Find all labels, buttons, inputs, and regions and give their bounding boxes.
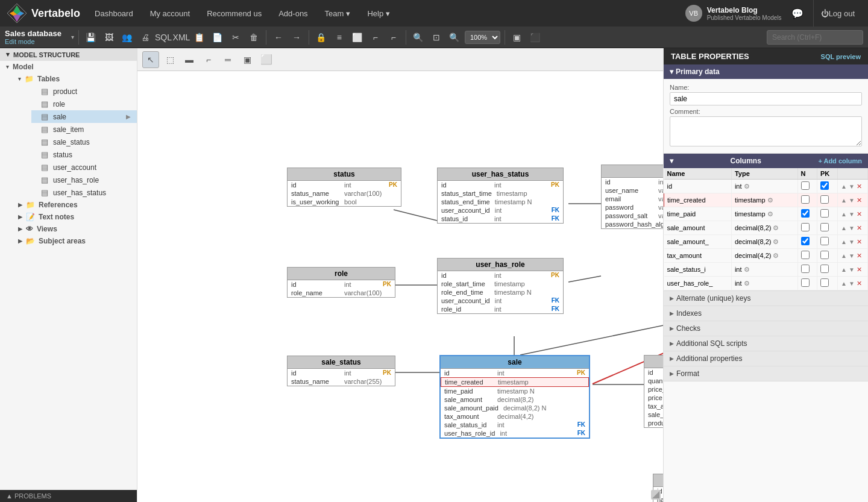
zoom-in-button[interactable]: 🔍 [447, 30, 462, 45]
delete-button[interactable]: 🗑 [246, 30, 262, 45]
col-chevron-up-icon[interactable]: ▲ [841, 239, 847, 245]
col-chevron-down-icon[interactable]: ▼ [849, 280, 855, 287]
col-chevron-up-icon[interactable]: ▲ [841, 253, 847, 259]
sidebar-collapse-icon[interactable]: ▾ [6, 51, 10, 58]
zoom-fit-button[interactable]: ⊡ [429, 30, 444, 45]
col-gear-icon[interactable]: ⚙ [767, 196, 773, 204]
sidebar-item-sale-status[interactable]: ▤ sale_status [31, 136, 137, 148]
undo-button[interactable]: ← [271, 30, 286, 45]
col-chevron-down-icon[interactable]: ▼ [849, 253, 855, 259]
view-split-button[interactable]: ⬛ [527, 30, 543, 45]
col-chevron-up-icon[interactable]: ▲ [841, 211, 847, 218]
col-delete-icon[interactable]: ✕ [857, 238, 862, 245]
paste-button[interactable]: 📄 [210, 30, 225, 45]
col-n-checkbox-id[interactable] [801, 181, 810, 190]
table-status[interactable]: status idintPK status_namevarchar(100) i… [287, 168, 401, 207]
table-sale-status[interactable]: sale_status idintPK status_namevarchar(2… [287, 356, 395, 386]
messages-icon[interactable]: 💬 [787, 0, 808, 27]
col-gear-icon[interactable]: ⚙ [773, 224, 779, 231]
sql-preview-link[interactable]: SQL preview [821, 53, 861, 60]
logout-button[interactable]: ⏻ Log out [813, 0, 862, 27]
col-chevron-up-icon[interactable]: ▲ [841, 280, 847, 287]
col-chevron-down-icon[interactable]: ▼ [849, 266, 855, 273]
alternate-keys-header[interactable]: ▶ Alternate (unique) keys [664, 291, 868, 306]
col-delete-icon[interactable]: ✕ [857, 196, 862, 204]
col-pk-checkbox-id[interactable] [820, 181, 829, 190]
col-pk-checkbox-sale-status[interactable] [820, 265, 829, 273]
col-n-checkbox-sale-amount[interactable] [801, 223, 810, 231]
col-chevron-down-icon[interactable]: ▼ [849, 211, 855, 218]
tool-note[interactable]: ▣ [239, 51, 256, 68]
col-chevron-up-icon[interactable]: ▲ [841, 266, 847, 273]
cut-button[interactable]: ✂ [228, 30, 244, 45]
table-user-has-role[interactable]: user_has_role idintPK role_start_timetim… [437, 258, 564, 314]
db-dropdown-icon[interactable]: ▾ [71, 34, 74, 40]
view-single-button[interactable]: ▣ [509, 30, 525, 45]
col-chevron-up-icon[interactable]: ▲ [841, 183, 847, 190]
col-n-checkbox-tax-amount[interactable] [801, 251, 810, 259]
col-pk-checkbox-tax-amount[interactable] [820, 251, 829, 259]
sidebar-item-sale-item[interactable]: ▤ sale_item [31, 123, 137, 136]
col-gear-icon[interactable]: ⚙ [744, 183, 750, 190]
zoom-out-button[interactable]: 🔍 [410, 30, 426, 45]
table-sale-item[interactable]: sale_item idintPK quantity_solddecimal(8… [644, 355, 663, 428]
col-pk-checkbox-user-has-role[interactable] [820, 278, 829, 287]
col-n-checkbox-time-paid[interactable] [801, 209, 810, 218]
nav-help[interactable]: Help ▾ [359, 0, 398, 27]
table-role[interactable]: role idintPK role_namevarchar(100) [287, 267, 395, 298]
format-header[interactable]: ▶ Format [664, 366, 868, 381]
save-png-button[interactable]: 🖼 [101, 30, 117, 45]
sidebar-views-label[interactable]: ▶ 👁 Views [12, 223, 137, 235]
zoom-select[interactable]: 100% [465, 31, 500, 44]
col-gear-icon[interactable]: ⚙ [773, 252, 779, 259]
align-center-button[interactable]: ⬜ [350, 30, 365, 45]
col-pk-checkbox-time-created[interactable] [820, 195, 829, 204]
table-user-account[interactable]: user_account idintPK user_namevarchar(10… [601, 165, 663, 229]
columns-section-header[interactable]: ▾ Columns + Add column [664, 154, 868, 168]
col-gear-icon[interactable]: ⚙ [744, 266, 750, 273]
users-button[interactable]: 👥 [119, 30, 135, 45]
col-chevron-down-icon[interactable]: ▼ [849, 197, 855, 204]
sidebar-textnotes-label[interactable]: ▶ 📝 Text notes [12, 211, 137, 223]
col-n-checkbox-sale-amount-paid[interactable] [801, 237, 810, 245]
col-pk-checkbox-sale-amount[interactable] [820, 223, 829, 231]
tool-subject[interactable]: ⬜ [258, 51, 275, 68]
logo[interactable]: Vertabelo [6, 2, 80, 24]
add-column-link[interactable]: + Add column [818, 157, 862, 165]
col-n-checkbox-user-has-role[interactable] [801, 278, 810, 287]
col-n-checkbox-sale-status[interactable] [801, 265, 810, 273]
sidebar-item-status[interactable]: ▤ status [31, 148, 137, 161]
additional-props-header[interactable]: ▶ Additional properties [664, 351, 868, 366]
tool-corner[interactable]: ⌐ [200, 51, 217, 68]
additional-sql-header[interactable]: ▶ Additional SQL scripts [664, 336, 868, 351]
col-pk-checkbox-time-paid[interactable] [820, 209, 829, 218]
search-input[interactable] [767, 30, 863, 45]
col-chevron-down-icon[interactable]: ▼ [849, 183, 855, 190]
col-chevron-down-icon[interactable]: ▼ [849, 239, 855, 245]
sidebar-item-user-has-status[interactable]: ▤ user_has_status [31, 186, 137, 199]
col-chevron-up-icon[interactable]: ▲ [841, 197, 847, 204]
tool-entity[interactable]: ═ [219, 51, 236, 68]
table-sale[interactable]: sale idintPK time_createdtimestamp time_… [439, 355, 590, 439]
col-chevron-down-icon[interactable]: ▼ [849, 225, 855, 231]
sidebar-subjectareas-label[interactable]: ▶ 📂 Subject areas [12, 235, 137, 247]
col-n-checkbox-time-created[interactable] [801, 195, 810, 204]
comment-textarea[interactable] [670, 116, 862, 146]
sidebar-item-user-account[interactable]: ▤ user_account [31, 161, 137, 174]
table-user-has-status[interactable]: user_has_status idintPK status_start_tim… [437, 168, 564, 224]
tool-table[interactable]: ▬ [181, 51, 198, 68]
col-gear-icon[interactable]: ⚙ [767, 210, 773, 218]
xml-button[interactable]: XML [174, 30, 189, 45]
copy-button[interactable]: 📋 [192, 30, 207, 45]
save-model-button[interactable]: 💾 [83, 30, 99, 45]
col-gear-icon[interactable]: ⚙ [744, 280, 750, 287]
nav-team[interactable]: Team ▾ [316, 0, 359, 27]
nav-dashboard[interactable]: Dashboard [86, 0, 142, 27]
col-delete-icon[interactable]: ✕ [857, 183, 862, 190]
align-right-button[interactable]: ⌐ [368, 30, 383, 45]
sidebar-item-role[interactable]: ▤ role [31, 98, 137, 110]
align-left-button[interactable]: ≡ [332, 30, 347, 45]
sidebar-item-sale[interactable]: ▤ sale ▶ [31, 110, 137, 123]
nav-my-account[interactable]: My account [142, 0, 198, 27]
indexes-header[interactable]: ▶ Indexes [664, 306, 868, 321]
